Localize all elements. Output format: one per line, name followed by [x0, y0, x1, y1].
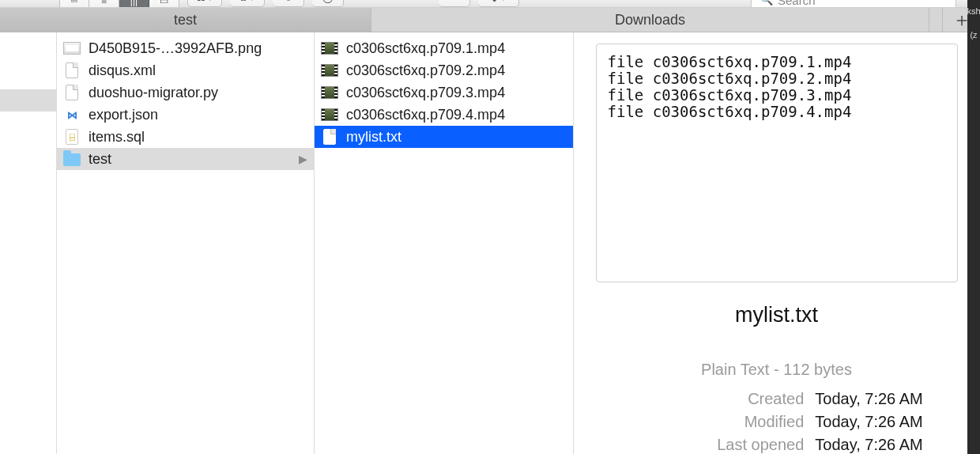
preview-kind: Plain Text - 112 bytes: [701, 361, 852, 379]
meta-key: Last opened: [630, 436, 804, 454]
tab-downloads[interactable]: Downloads: [371, 8, 929, 32]
view-mode-group: ▫▫ ≡ ||| ▭: [59, 0, 179, 8]
file-row[interactable]: ⋈export.json: [57, 104, 314, 126]
file-name: items.sql: [89, 129, 145, 146]
column-1[interactable]: D450B915-…3992AFB.pngdisqus.xmlduoshuo-m…: [57, 32, 315, 454]
file-row[interactable]: c0306sct6xq.p709.2.mp4: [315, 59, 573, 81]
chevron-right-icon: ▶: [299, 153, 307, 165]
view-gallery-button[interactable]: ▭: [149, 0, 179, 8]
file-row[interactable]: c0306sct6xq.p709.4.mp4: [315, 104, 573, 126]
tags-button[interactable]: ◯: [312, 0, 344, 7]
file-name: disqus.xml: [89, 62, 156, 79]
video-icon: [321, 62, 338, 78]
file-name: mylist.txt: [346, 129, 401, 146]
image-icon: [63, 40, 81, 56]
column-0[interactable]: [0, 32, 57, 454]
file-preview: file c0306sct6xq.p709.1.mp4 file c0306sc…: [596, 44, 958, 282]
preview-filename: mylist.txt: [735, 303, 818, 327]
edge-text: (z: [970, 30, 977, 40]
meta-value: Today, 7:26 AM: [815, 390, 922, 408]
video-icon: [321, 40, 338, 56]
search-placeholder: Search: [778, 0, 816, 7]
view-icon-button[interactable]: ▫▫: [59, 0, 89, 8]
edge-text: ksh: [967, 6, 980, 16]
document-icon: [63, 62, 81, 78]
tab-label: test: [174, 12, 197, 28]
document-icon: [63, 85, 81, 100]
file-row[interactable]: test▶: [57, 148, 314, 170]
file-name: c0306sct6xq.p709.1.mp4: [346, 40, 505, 57]
action-button[interactable]: ✿ ▾: [230, 0, 265, 7]
meta-key: Modified: [630, 413, 804, 431]
file-row[interactable]: mylist.txt: [315, 126, 573, 148]
meta-value: Today, 7:26 AM: [815, 436, 922, 454]
file-name: D450B915-…3992AFB.png: [89, 40, 262, 57]
column-view: D450B915-…3992AFB.pngdisqus.xmlduoshuo-m…: [0, 32, 980, 454]
file-row[interactable]: c0306sct6xq.p709.3.mp4: [315, 81, 573, 104]
meta-value: Today, 7:26 AM: [815, 413, 922, 431]
search-field[interactable]: 🔍 Search: [751, 0, 956, 8]
tab-bar: test Downloads ＋: [0, 8, 980, 32]
folder-icon: [63, 151, 81, 167]
arrange-button[interactable]: ☷ ▾: [187, 0, 222, 7]
file-name: c0306sct6xq.p709.3.mp4: [346, 85, 505, 101]
finder-window: ▫▫ ≡ ||| ▭ ☷ ▾ ✿ ▾ ⇪ ◯ 👁 ⬙ ▾ 🔍 Search te…: [0, 0, 980, 454]
quicklook-button[interactable]: 👁: [439, 0, 470, 7]
file-row[interactable]: c0306sct6xq.p709.1.mp4: [315, 37, 573, 59]
share-button[interactable]: ⇪: [273, 0, 304, 7]
file-name: c0306sct6xq.p709.4.mp4: [346, 107, 505, 123]
view-list-button[interactable]: ≡: [89, 0, 119, 8]
search-icon: 🔍: [760, 0, 773, 6]
file-row[interactable]: ⌸items.sql: [57, 126, 314, 148]
file-row[interactable]: duoshuo-migrator.py: [57, 81, 314, 104]
tab-label: Downloads: [615, 12, 685, 28]
document-icon: [321, 129, 338, 145]
vscode-icon: ⋈: [63, 107, 81, 123]
column-0-selected-row[interactable]: [0, 89, 56, 112]
file-name: c0306sct6xq.p709.2.mp4: [346, 62, 505, 79]
meta-key: Created: [630, 390, 804, 408]
file-name: test: [89, 151, 111, 168]
database-icon: ⌸: [63, 129, 81, 145]
file-row[interactable]: disqus.xml: [57, 59, 314, 81]
adjacent-window-edge: ksh (z: [967, 0, 980, 454]
tab-test[interactable]: test: [0, 8, 371, 32]
preview-column: file c0306sct6xq.p709.1.mp4 file c0306sc…: [574, 32, 980, 454]
view-columns-button[interactable]: |||: [119, 0, 149, 8]
preview-metadata: CreatedToday, 7:26 AMModifiedToday, 7:26…: [630, 390, 922, 454]
dropbox-button[interactable]: ⬙ ▾: [478, 0, 519, 7]
video-icon: [321, 107, 338, 123]
column-2[interactable]: c0306sct6xq.p709.1.mp4c0306sct6xq.p709.2…: [315, 32, 574, 454]
file-name: duoshuo-migrator.py: [89, 85, 218, 101]
video-icon: [321, 85, 338, 100]
file-row[interactable]: D450B915-…3992AFB.png: [57, 37, 314, 59]
file-name: export.json: [89, 107, 158, 123]
toolbar: ▫▫ ≡ ||| ▭ ☷ ▾ ✿ ▾ ⇪ ◯ 👁 ⬙ ▾ 🔍 Search: [0, 0, 980, 8]
